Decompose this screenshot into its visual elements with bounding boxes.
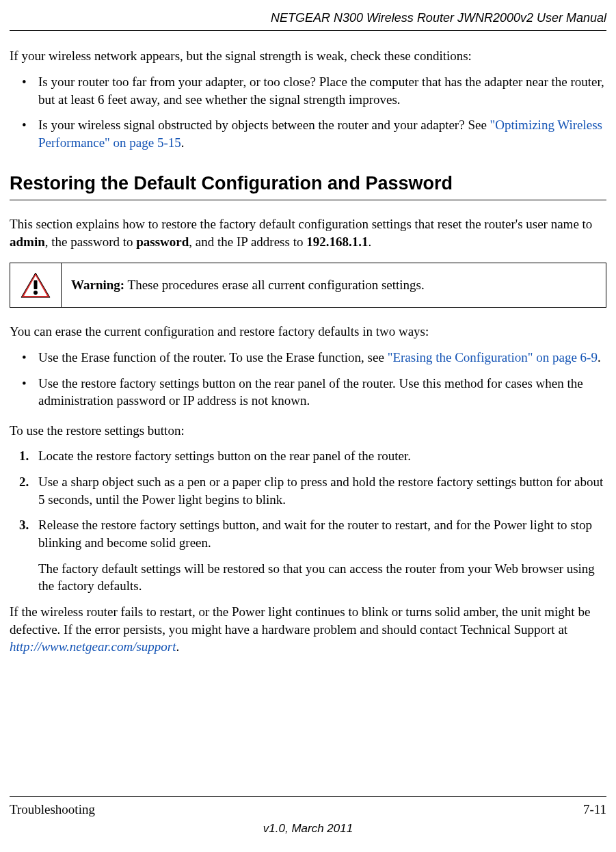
text: This section explains how to restore the… — [10, 217, 592, 231]
bullet-text: Use the restore factory settings button … — [38, 376, 583, 408]
bold-value: admin — [10, 235, 45, 249]
step-item: Use a sharp object such as a pen or a pa… — [10, 473, 606, 508]
cross-reference-link[interactable]: "Erasing the Configuration" on page 6-9 — [388, 350, 598, 364]
footer-section-name: Troubleshooting — [10, 801, 95, 818]
section-rule — [10, 200, 606, 200]
footer-version: v1.0, March 2011 — [10, 821, 606, 837]
page-header: NETGEAR N300 Wireless Router JWNR2000v2 … — [0, 10, 616, 30]
erase-bullet-list: Use the Erase function of the router. To… — [10, 349, 606, 410]
step-text: Release the restore factory settings but… — [38, 518, 592, 550]
footer-rule — [10, 796, 606, 797]
warning-text: These procedures erase all current confi… — [124, 278, 425, 292]
manual-title: NETGEAR N300 Wireless Router JWNR2000v2 … — [271, 11, 606, 25]
text: If the wireless router fails to restart,… — [10, 604, 590, 637]
steps-list: Locate the restore factory settings butt… — [10, 447, 606, 551]
section-heading: Restoring the Default Configuration and … — [10, 171, 606, 196]
closing-paragraph: If the wireless router fails to restart,… — [10, 603, 606, 656]
step-follow-paragraph: The factory default settings will be res… — [10, 560, 606, 595]
step-text: Use a sharp object such as a pen or a pa… — [38, 475, 603, 507]
intro-bullet-list: Is your router too far from your adapter… — [10, 73, 606, 152]
step-text: Locate the restore factory settings butt… — [38, 449, 411, 463]
warning-icon-cell — [10, 263, 62, 307]
section-intro-paragraph: This section explains how to restore the… — [10, 215, 606, 250]
erase-intro-paragraph: You can erase the current configuration … — [10, 323, 606, 341]
text: . — [368, 235, 371, 249]
bullet-text-end: . — [598, 350, 601, 364]
warning-label: Warning: — [71, 278, 124, 292]
warning-text-cell: Warning: These procedures erase all curr… — [62, 263, 606, 307]
warning-box: Warning: These procedures erase all curr… — [10, 263, 606, 308]
svg-rect-2 — [34, 280, 38, 289]
list-item: Is your wireless signal obstructed by ob… — [10, 116, 606, 151]
footer-row: Troubleshooting 7-11 — [10, 801, 606, 818]
support-link[interactable]: http://www.netgear.com/support — [10, 639, 176, 654]
bullet-text: Is your wireless signal obstructed by ob… — [38, 118, 490, 132]
page: NETGEAR N300 Wireless Router JWNR2000v2 … — [0, 0, 616, 852]
warning-icon — [20, 271, 51, 299]
page-content: If your wireless network appears, but th… — [0, 47, 616, 656]
list-item: Use the Erase function of the router. To… — [10, 349, 606, 367]
footer-page-number: 7-11 — [583, 801, 606, 818]
step-item: Locate the restore factory settings butt… — [10, 447, 606, 465]
list-item: Use the restore factory settings button … — [10, 375, 606, 410]
bullet-text-end: . — [181, 135, 185, 150]
steps-intro: To use the restore settings button: — [10, 422, 606, 440]
text: . — [176, 639, 179, 654]
header-rule — [10, 30, 606, 31]
svg-point-3 — [34, 291, 38, 295]
list-item: Is your router too far from your adapter… — [10, 73, 606, 108]
step-item: Release the restore factory settings but… — [10, 516, 606, 551]
intro-paragraph: If your wireless network appears, but th… — [10, 47, 606, 65]
bold-value: 192.168.1.1 — [306, 235, 368, 249]
text: , and the IP address to — [189, 235, 306, 249]
bullet-text: Is your router too far from your adapter… — [38, 75, 604, 107]
bullet-text: Use the Erase function of the router. To… — [38, 350, 388, 364]
text: , the password to — [45, 235, 137, 249]
page-footer: Troubleshooting 7-11 v1.0, March 2011 — [0, 796, 616, 837]
bold-value: password — [136, 235, 189, 249]
